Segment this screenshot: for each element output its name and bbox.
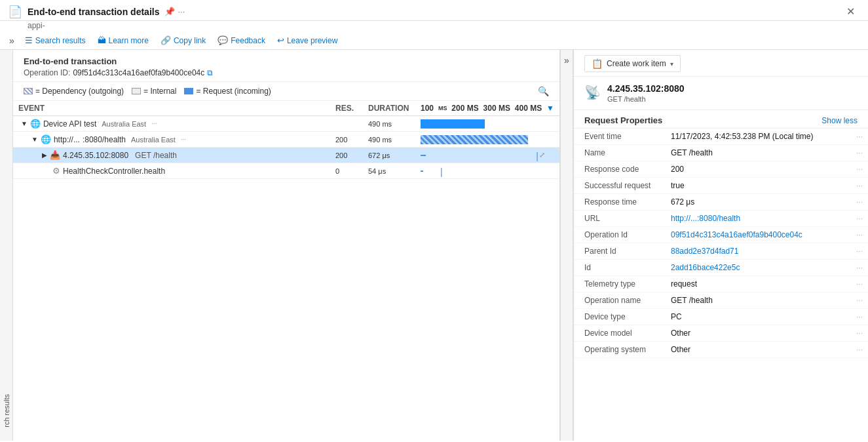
res-row2: 200: [330, 132, 363, 148]
expand-arrow-row3[interactable]: ▶: [42, 151, 47, 159]
prop-row-url: URL http://...:8080/health ···: [574, 211, 868, 227]
controller-icon-row4: ⚙: [52, 166, 60, 176]
prop-row-operation-id: Operation Id 09f51d4c313c4a16aef0fa9b400…: [574, 227, 868, 243]
region-label-row1: Australia East: [102, 120, 146, 128]
more-options-row1[interactable]: ···: [151, 120, 157, 127]
leave-preview-button[interactable]: ↩ Leave preview: [272, 33, 343, 48]
timeline-bar-row1: [421, 119, 485, 129]
timeline-label-200: 200 MS: [451, 104, 478, 113]
prop-row-id: Id 2add16bace422e5c ···: [574, 260, 868, 276]
selected-item-icon: 📡: [584, 85, 601, 100]
duration-row3: 672 μs: [363, 148, 415, 163]
expand-arrow-row1[interactable]: ▼: [21, 120, 28, 127]
operation-id-label: Operation ID:: [24, 68, 70, 77]
collapse-right-panel-button[interactable]: »: [564, 55, 569, 66]
duration-row2: 490 ms: [363, 132, 415, 148]
region-label-row2: Australia East: [131, 136, 176, 144]
work-item-icon: 📋: [592, 58, 603, 69]
table-row[interactable]: ▼ 🌐 http://... :8080/health Australia Ea…: [13, 132, 559, 148]
prop-row-successful-request: Successful request true ···: [574, 178, 868, 194]
app-icon: 📄: [8, 5, 22, 19]
res-row3: 200: [330, 148, 363, 163]
prop-row-operating-system: Operating system Other ···: [574, 342, 868, 358]
table-row[interactable]: ▼ 🌐 Device API test Australia East ··· 4…: [13, 116, 559, 132]
prop-row-event-time: Event time 11/17/2023, 4:42:53.238 PM (L…: [574, 129, 868, 145]
col-timeline-header: 100 MS 200 MS 300 MS 400 MS ▼: [415, 101, 559, 116]
request-properties-title: Request Properties: [584, 115, 662, 125]
timeline-bar-row4: [421, 171, 423, 172]
copy-operation-id-icon[interactable]: ⧉: [207, 68, 213, 77]
globe-icon-row2: 🌐: [41, 134, 51, 144]
more-options-row2[interactable]: ···: [181, 136, 186, 143]
leave-preview-icon: ↩: [277, 35, 284, 45]
show-less-button[interactable]: Show less: [821, 116, 858, 125]
prop-row-response-code: Response code 200 ···: [574, 161, 868, 178]
duration-row4: 54 μs: [363, 163, 415, 179]
timeline-label-300: 300 MS: [483, 104, 510, 113]
col-duration-header: DURATION: [363, 101, 415, 116]
event-name-row2b: :8080/health: [83, 135, 126, 144]
col-res-header: RES.: [330, 101, 363, 116]
copy-link-button[interactable]: 🔗 Copy link: [155, 33, 211, 48]
timeline-bar-row2: [421, 135, 528, 144]
expand-panel-button[interactable]: »: [5, 34, 18, 47]
learn-more-icon: 🏔: [98, 35, 106, 45]
event-name-row1: Device API test: [43, 119, 96, 129]
legend-internal: = Internal: [132, 87, 176, 96]
table-row[interactable]: ⚙ HealthCheckController.health 0 54 μs |: [13, 163, 559, 179]
table-row[interactable]: ▶ 📥 4.245.35.102:8080 GET /health 200 67…: [13, 148, 559, 163]
close-button[interactable]: ✕: [841, 4, 860, 19]
event-name-row2: http://...: [54, 135, 80, 144]
search-filter-icon[interactable]: 🔍: [538, 86, 549, 96]
timeline-label-100: 100: [421, 104, 434, 113]
create-work-item-button[interactable]: 📋 Create work item ▾: [584, 55, 681, 72]
prop-row-name: Name GET /health ···: [574, 145, 868, 161]
app-instance-label: appi-: [28, 21, 45, 30]
globe-icon-row1: 🌐: [30, 119, 41, 129]
timeline-bar-row3: [421, 155, 426, 156]
title-text: End-to-end transaction details: [28, 7, 159, 17]
legend-dependency: = Dependency (outgoing): [24, 87, 124, 96]
url-link[interactable]: http://...:8080/health: [671, 214, 740, 223]
prop-row-parent-id: Parent Id 88add2e37d4fad71 ···: [574, 243, 868, 260]
event-name-row4: HealthCheckController.health: [63, 167, 165, 176]
search-icon: ☰: [25, 35, 33, 45]
prop-row-telemetry-type: Telemetry type request ···: [574, 276, 868, 292]
more-icon[interactable]: ···: [178, 7, 185, 16]
prop-row-operation-name: Operation name GET /health ···: [574, 292, 868, 309]
prop-row-response-time: Response time 672 μs ···: [574, 194, 868, 211]
feedback-icon: 💬: [217, 35, 228, 45]
learn-more-button[interactable]: 🏔 Learn more: [92, 33, 154, 48]
timeline-label-ms: MS: [438, 105, 447, 111]
res-row1: [330, 116, 363, 132]
sidebar-vertical-text: rch results: [3, 394, 10, 428]
dropdown-arrow-icon: ▾: [670, 60, 673, 68]
prop-row-device-type: Device type PC ···: [574, 309, 868, 325]
event-name-row3: 4.245.35.102:8080: [63, 151, 128, 160]
transaction-title: End-to-end transaction: [24, 56, 549, 66]
expand-arrow-row2[interactable]: ▼: [31, 136, 38, 143]
event-method-row3: GET /health: [135, 151, 177, 160]
selected-item-title: 4.245.35.102:8080: [607, 83, 685, 94]
col-event-header: EVENT: [13, 101, 330, 116]
feedback-button[interactable]: 💬 Feedback: [212, 33, 271, 48]
filter-funnel-icon[interactable]: ▼: [546, 104, 554, 113]
prop-row-device-model: Device model Other ···: [574, 325, 868, 342]
timeline-label-400: 400 MS: [515, 104, 542, 113]
selected-item-sub: GET /health: [607, 95, 685, 103]
search-results-button[interactable]: ☰ Search results: [20, 33, 91, 48]
duration-row1: 490 ms: [363, 116, 415, 132]
res-row4: 0: [330, 163, 363, 179]
request-icon-row3: 📥: [50, 150, 60, 160]
pin-icon[interactable]: 📌: [164, 7, 175, 16]
copy-link-icon: 🔗: [160, 35, 171, 45]
legend-request: = Request (incoming): [184, 87, 271, 96]
operation-id-value: 09f51d4c313c4a16aef0fa9b400ce04c: [73, 68, 204, 77]
